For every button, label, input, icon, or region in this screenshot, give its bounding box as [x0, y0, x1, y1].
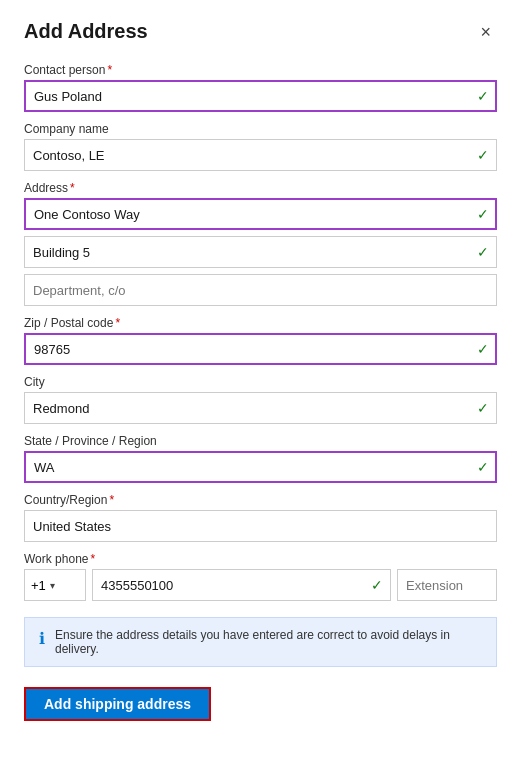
phone-number-input[interactable] — [92, 569, 391, 601]
zip-input[interactable] — [24, 333, 497, 365]
info-icon: ℹ — [39, 629, 45, 648]
work-phone-label: Work phone* — [24, 552, 497, 566]
zip-wrapper: ✓ — [24, 333, 497, 365]
state-input[interactable] — [24, 451, 497, 483]
phone-country-code: +1 — [31, 578, 46, 593]
state-label: State / Province / Region — [24, 434, 497, 448]
company-name-wrapper: ✓ — [24, 139, 497, 171]
address-line1-input[interactable] — [24, 198, 497, 230]
info-message: Ensure the address details you have ente… — [55, 628, 482, 656]
city-group: City ✓ — [24, 375, 497, 424]
dialog-header: Add Address × — [24, 20, 497, 43]
zip-group: Zip / Postal code* ✓ — [24, 316, 497, 365]
phone-number-wrapper: ✓ — [92, 569, 391, 601]
company-name-group: Company name ✓ — [24, 122, 497, 171]
zip-label: Zip / Postal code* — [24, 316, 497, 330]
footer-row: Add shipping address — [24, 687, 497, 721]
address-line3-input[interactable] — [24, 274, 497, 306]
work-phone-group: Work phone* +1 ▾ ✓ — [24, 552, 497, 601]
contact-person-label: Contact person* — [24, 63, 497, 77]
company-name-input[interactable] — [24, 139, 497, 171]
info-box: ℹ Ensure the address details you have en… — [24, 617, 497, 667]
address-line2-wrapper: ✓ — [24, 236, 497, 268]
country-input[interactable] — [24, 510, 497, 542]
address-line2-input[interactable] — [24, 236, 497, 268]
contact-person-input[interactable] — [24, 80, 497, 112]
close-button[interactable]: × — [474, 21, 497, 43]
phone-country-selector[interactable]: +1 ▾ — [24, 569, 86, 601]
company-name-label: Company name — [24, 122, 497, 136]
phone-extension-wrapper — [397, 569, 497, 601]
city-input[interactable] — [24, 392, 497, 424]
address-label-group: Address* ✓ ✓ — [24, 181, 497, 306]
country-group: Country/Region* — [24, 493, 497, 542]
contact-person-group: Contact person* ✓ — [24, 63, 497, 112]
chevron-down-icon: ▾ — [50, 580, 55, 591]
city-label: City — [24, 375, 497, 389]
phone-row: +1 ▾ ✓ — [24, 569, 497, 601]
state-wrapper: ✓ — [24, 451, 497, 483]
address-line3-wrapper — [24, 274, 497, 306]
phone-extension-input[interactable] — [397, 569, 497, 601]
state-group: State / Province / Region ✓ — [24, 434, 497, 483]
add-address-dialog: Add Address × Contact person* ✓ Company … — [0, 0, 521, 761]
add-shipping-address-button[interactable]: Add shipping address — [24, 687, 211, 721]
country-wrapper — [24, 510, 497, 542]
dialog-title: Add Address — [24, 20, 148, 43]
contact-person-wrapper: ✓ — [24, 80, 497, 112]
country-label: Country/Region* — [24, 493, 497, 507]
address-label: Address* — [24, 181, 497, 195]
city-wrapper: ✓ — [24, 392, 497, 424]
address-line1-wrapper: ✓ — [24, 198, 497, 230]
